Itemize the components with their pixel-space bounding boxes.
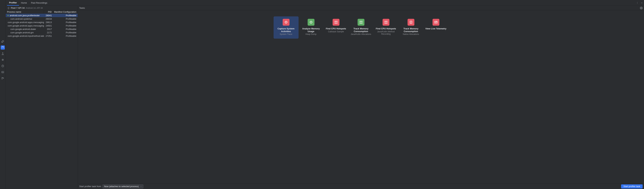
process-pid-cell: 2017 xyxy=(44,28,54,30)
svg-point-7 xyxy=(637,3,638,3)
svg-point-4 xyxy=(2,79,2,79)
process-name-cell: com.android.systemui xyxy=(6,17,44,20)
profiler-tabstrip: Profiler Home Past Recordings xyxy=(6,0,644,6)
process-name-text: com.google.android.gm xyxy=(10,31,34,34)
task-card[interactable]: Find CPU HotspotsCallstack Sample xyxy=(324,16,348,39)
tabstrip-minimize-icon[interactable] xyxy=(640,0,644,6)
svg-point-6 xyxy=(637,2,638,2)
process-row[interactable]: com.google.android.inputmethod.latin2725… xyxy=(6,34,78,38)
task-subtitle: Heap Dump xyxy=(304,33,318,35)
process-name-cell: android.com.java.profilertester xyxy=(6,14,44,17)
task-subtitle: System Trace xyxy=(279,33,293,35)
task-title: Analyze Memory Usage xyxy=(298,27,324,33)
svg-point-19 xyxy=(360,23,360,23)
tasks-header: Tasks xyxy=(78,6,644,10)
task-card[interactable]: Find CPU HotspotsJava/Kotlin Method Reco… xyxy=(374,16,398,39)
footer-label: Start profiler task from xyxy=(79,185,101,188)
process-name-cell: com.google.android.dialer xyxy=(6,28,44,30)
tab-profiler[interactable]: Profiler xyxy=(7,0,19,6)
col-header-manifest[interactable]: Manifest Configuration xyxy=(54,10,78,13)
task-card[interactable]: Analyze Memory UsageHeap Dump xyxy=(298,16,324,39)
task-title: Track Memory Consumption xyxy=(398,27,424,33)
tasks-header-title: Tasks xyxy=(79,7,85,9)
svg-point-17 xyxy=(360,21,360,22)
process-name-cell: com.google.android.inputmethod.latin xyxy=(6,35,44,37)
process-row[interactable]: com.android.systemui29034Profileable xyxy=(6,17,78,20)
bug-tool-icon[interactable] xyxy=(1,58,5,62)
start-profiler-task-button[interactable]: Start profiler task xyxy=(621,185,643,189)
problems-tool-icon[interactable] xyxy=(1,64,5,68)
svg-rect-11 xyxy=(285,21,287,23)
task-title: View Live Telemetry xyxy=(424,27,448,30)
start-from-combo[interactable]: Now (attaches to selected process) xyxy=(102,185,144,189)
profiler-tool-icon[interactable] xyxy=(1,45,5,49)
process-name-text: com.google.android.apps.messaging xyxy=(8,21,44,23)
task-card[interactable]: Track Memory ConsumptionJava/Kotlin Allo… xyxy=(348,16,374,39)
task-subtitle: Java/Kotlin Allocations xyxy=(350,33,372,35)
terminal-tool-icon[interactable] xyxy=(1,70,5,74)
svg-point-22 xyxy=(386,21,387,22)
cpu-icon xyxy=(283,19,290,26)
svg-point-14 xyxy=(336,21,337,22)
tasks-settings-icon[interactable] xyxy=(640,7,643,9)
task-subtitle: Java/Kotlin Method Recording xyxy=(374,30,398,35)
tasks-panel: Tasks Capture System ActivitiesSystem Tr… xyxy=(78,6,644,189)
tool-icon-rail xyxy=(0,0,6,189)
task-card[interactable]: Capture System ActivitiesSystem Trace xyxy=(274,16,298,39)
svg-point-10 xyxy=(641,8,642,8)
svg-point-21 xyxy=(384,21,385,22)
process-manifest-cell: Profileable xyxy=(54,28,78,30)
workspace: Pixel 7 API 34 Android 14, API 34 Proces… xyxy=(6,6,644,189)
chevron-down-icon xyxy=(140,186,142,187)
svg-point-20 xyxy=(362,23,362,23)
col-header-process-name[interactable]: Process name xyxy=(6,10,44,13)
process-table-header: Process name PID Manifest Configuration xyxy=(6,10,78,14)
process-row[interactable]: com.google.android.dialer2017Profileable xyxy=(6,27,78,31)
device-process-panel: Pixel 7 API 34 Android 14, API 34 Proces… xyxy=(6,6,78,189)
svg-point-15 xyxy=(335,23,335,23)
pulse-icon xyxy=(432,19,439,26)
process-manifest-cell: Profileable xyxy=(54,21,78,23)
process-name-cell: com.google.android.gm xyxy=(6,31,44,34)
svg-point-5 xyxy=(3,78,4,79)
process-name-text: com.android.systemui xyxy=(10,17,32,20)
process-row[interactable]: com.google.android.apps.messaging…24501P… xyxy=(6,24,78,27)
process-row[interactable]: android.com.java.profilertester28041Prof… xyxy=(6,14,78,17)
svg-rect-2 xyxy=(2,71,4,73)
task-card[interactable]: Track Memory ConsumptionNative Allocatio… xyxy=(398,16,424,39)
device-row[interactable]: Pixel 7 API 34 Android 14, API 34 xyxy=(6,6,78,10)
vcs-tool-icon[interactable] xyxy=(1,76,5,80)
task-grid: Capture System ActivitiesSystem TraceAna… xyxy=(78,10,644,184)
tab-home[interactable]: Home xyxy=(19,0,29,6)
process-pid-cell: 2172 xyxy=(44,31,54,34)
android-app-icon xyxy=(7,14,9,16)
list-icon xyxy=(408,19,414,26)
process-name-text: com.google.android.apps.messaging… xyxy=(8,24,44,27)
process-row[interactable]: com.google.android.apps.messaging28613Pr… xyxy=(6,20,78,24)
process-manifest-cell: Profileable xyxy=(54,24,78,27)
tab-past-recordings[interactable]: Past Recordings xyxy=(29,0,49,6)
combo-value: Now (attaches to selected process) xyxy=(104,185,139,188)
svg-point-13 xyxy=(335,21,335,22)
main-column: Profiler Home Past Recordings Pixel 7 AP… xyxy=(6,0,644,189)
svg-point-24 xyxy=(386,23,387,23)
device-name: Pixel 7 API 34 xyxy=(11,7,25,9)
process-table: Process name PID Manifest Configuration … xyxy=(6,10,78,189)
svg-point-16 xyxy=(336,23,337,23)
process-name-cell: com.google.android.apps.messaging… xyxy=(6,24,44,27)
device-phone-icon xyxy=(7,7,10,9)
process-row[interactable]: com.google.android.gm2172Profileable xyxy=(6,31,78,34)
process-manifest-cell: Profileable xyxy=(54,17,78,20)
col-header-pid[interactable]: PID xyxy=(44,10,54,13)
process-name-text: com.google.android.dialer xyxy=(10,28,36,30)
process-name-cell: com.google.android.apps.messaging xyxy=(6,21,44,23)
task-title: Find CPU Hotspots xyxy=(325,27,347,30)
process-pid-cell: 27251 xyxy=(44,35,54,37)
process-name-text: android.com.java.profilertester xyxy=(10,14,40,17)
task-card[interactable]: View Live Telemetry xyxy=(424,16,448,39)
design-tool-icon[interactable] xyxy=(1,39,5,43)
tabstrip-more-icon[interactable] xyxy=(635,0,640,6)
svg-rect-12 xyxy=(310,21,312,23)
database-tool-icon[interactable] xyxy=(1,52,5,56)
sample-icon xyxy=(358,19,364,26)
